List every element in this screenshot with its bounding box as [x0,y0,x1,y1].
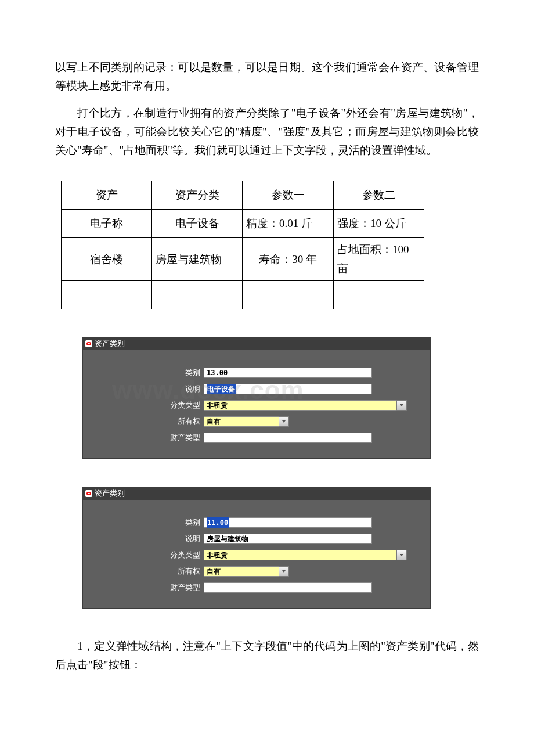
label-property-type: 财产类型 [89,431,204,444]
dropdown-button[interactable] [279,566,289,577]
table-row [62,281,424,309]
paragraph-2: 打个比方，在制造行业拥有的资产分类除了"电子设备"外还会有"房屋与建筑物"，对于… [55,104,479,160]
input-ownership[interactable]: 自有 [204,566,279,577]
dropdown-button[interactable] [396,400,407,411]
input-category[interactable]: 11.00 [204,517,372,528]
chevron-down-icon [282,569,286,574]
input-property-type[interactable] [204,433,372,443]
label-description: 说明 [89,383,204,395]
input-category[interactable]: 13.00 [204,368,372,378]
dropdown-button[interactable] [279,416,289,427]
th-param2: 参数二 [334,181,424,210]
label-description: 说明 [89,532,204,545]
form-title: 资产类别 [95,337,125,350]
cell-param1: 寿命：30 年 [243,238,334,281]
cell-asset: 电子称 [62,210,152,238]
input-ownership[interactable]: 自有 [204,416,279,427]
cell-param1: 精度：0.01 斤 [243,210,334,238]
input-description[interactable]: 电子设备 [204,384,372,394]
paragraph-1: 以写上不同类别的记录：可以是数量，可以是日期。这个我们通常会在资产、设备管理等模… [55,58,479,96]
th-asset: 资产 [62,181,152,210]
form-title: 资产类别 [95,487,125,500]
paragraph-3: 1，定义弹性域结构，注意在"上下文字段值"中的代码为上图的"资产类别"代码，然后… [55,637,479,675]
label-class-type: 分类类型 [89,399,204,412]
th-param1: 参数一 [243,181,334,210]
label-property-type: 财产类型 [89,581,204,594]
label-ownership: 所有权 [89,415,204,428]
cell-asset: 宿舍楼 [62,238,152,281]
input-class-type[interactable]: 非租赁 [204,400,397,411]
form-titlebar[interactable]: 资产类别 [83,487,430,500]
cell-empty [243,281,334,309]
th-category: 资产分类 [152,181,243,210]
chevron-down-icon [399,403,404,408]
oracle-icon [85,340,92,347]
oracle-icon [85,490,92,497]
cell-param2: 强度：10 公斤 [334,210,424,238]
input-description[interactable]: 房屋与建筑物 [204,534,372,544]
label-ownership: 所有权 [89,565,204,578]
label-class-type: 分类类型 [89,549,204,561]
label-category: 类别 [89,366,204,379]
form-titlebar[interactable]: 资产类别 [83,337,430,350]
table-row: 宿舍楼 房屋与建筑物 寿命：30 年 占地面积：100 亩 [62,238,424,281]
asset-category-form-2: 资产类别 类别 11.00 说明 房屋与建筑物 分类类型 非租赁 [83,487,430,608]
cell-category: 电子设备 [152,210,243,238]
cell-category: 房屋与建筑物 [152,238,243,281]
dropdown-button[interactable] [396,550,407,560]
table-row: 电子称 电子设备 精度：0.01 斤 强度：10 公斤 [62,210,424,238]
table-header-row: 资产 资产分类 参数一 参数二 [62,181,424,210]
cell-empty [62,281,152,309]
asset-category-form-1: www.docx.com 资产类别 类别 13.00 说明 电子设备 分类类型 … [83,337,430,458]
cell-empty [334,281,424,309]
chevron-down-icon [282,419,286,424]
asset-param-table: 资产 资产分类 参数一 参数二 电子称 电子设备 精度：0.01 斤 强度：10… [61,181,424,309]
label-category: 类别 [89,516,204,529]
cell-empty [152,281,243,309]
cell-param2: 占地面积：100 亩 [334,238,424,281]
chevron-down-icon [399,553,404,557]
input-class-type[interactable]: 非租赁 [204,550,397,560]
input-property-type[interactable] [204,582,372,593]
